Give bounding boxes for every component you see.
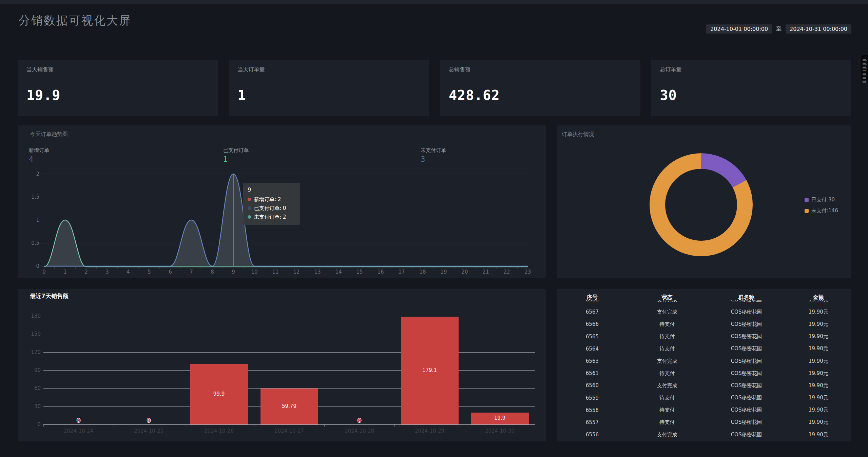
svg-text:8: 8	[211, 269, 214, 275]
table-cell: 待支付	[628, 321, 707, 327]
minimized-side-widget[interactable]	[861, 55, 868, 80]
table-cell: 19.90元	[786, 345, 851, 352]
table-cell: 19.90元	[786, 309, 851, 315]
svg-text:14: 14	[335, 269, 342, 275]
stat-value: 30	[660, 87, 843, 103]
stat-card: 总销售额428.62	[440, 60, 640, 116]
order-execution-donut-chart[interactable]	[650, 153, 753, 256]
bar-zero-label: 0	[331, 417, 388, 424]
stat-cards-row: 当天销售额19.9当天订单量1总销售额428.62总订单量30	[18, 60, 851, 116]
table-row: 6564待支付COS秘密花园19.90元	[557, 343, 851, 355]
table-cell: 19.90元	[786, 395, 851, 401]
table-cell: 19.90元	[786, 333, 851, 340]
table-cell: 6563	[557, 358, 628, 364]
svg-text:4: 4	[127, 269, 130, 275]
donut-hole	[665, 169, 737, 241]
table-cell: 支付完成	[628, 309, 707, 315]
table-cell: 支付完成	[628, 382, 707, 389]
svg-text:3: 3	[105, 269, 109, 275]
gridline	[43, 334, 535, 334]
widget-line-icon	[863, 63, 866, 64]
table-cell: 19.90元	[786, 419, 851, 425]
table-cell: 支付完成	[628, 358, 707, 364]
widget-line-icon	[863, 58, 866, 58]
widget-line-icon	[863, 59, 866, 60]
table-cell: COS秘密花园	[707, 333, 786, 340]
tooltip-series-text: 未支付订单: 2	[254, 213, 286, 221]
table-cell: COS秘密花园	[707, 309, 786, 315]
donut-panel-title: 订单执行情况	[562, 131, 594, 138]
svg-text:15: 15	[356, 269, 363, 275]
donut-legend-item[interactable]: 未支付:146	[805, 207, 838, 214]
dashboard-screen: 分销数据可视化大屏 2024-10-01 00:00:00 至 2024-10-…	[0, 0, 868, 457]
svg-text:1: 1	[63, 269, 67, 275]
trend-panel: 今天订单趋势图 新增订单4已支付订单1未支付订单3 00.511.5201234…	[18, 125, 546, 278]
axis-tick	[114, 424, 114, 426]
bar-zero-label: 0	[50, 417, 108, 424]
table-cell: 6568	[557, 300, 628, 303]
table-cell: 6567	[557, 309, 628, 315]
svg-text:10: 10	[251, 269, 257, 275]
widget-line-icon	[863, 66, 866, 66]
svg-text:2: 2	[84, 269, 88, 275]
stat-value: 428.62	[449, 87, 632, 103]
donut-legend-item[interactable]: 已支付:30	[805, 197, 838, 203]
sales-7days-bar-chart[interactable]: 03060901201501802024-10-2402024-10-25020…	[18, 289, 546, 441]
table-cell: 6556	[557, 432, 628, 438]
legend-swatch-icon	[805, 198, 809, 202]
svg-text:18: 18	[419, 269, 426, 275]
series-color-dot-icon	[248, 215, 251, 219]
table-cell: 19.90元	[786, 370, 851, 377]
bar-y-tick-label: 180	[26, 313, 41, 319]
tooltip-series-text: 新增订单: 2	[254, 195, 281, 204]
table-cell: 6566	[557, 321, 628, 327]
table-row: 6557待支付COS秘密花园19.90元	[557, 416, 851, 429]
stat-card: 当天订单量1	[229, 60, 429, 116]
date-separator: 至	[776, 25, 782, 33]
orders-table-panel: 序号状态群名称金额 6568支付完成COS秘密花园19.90元6567支付完成C…	[557, 289, 851, 441]
axis-tick	[184, 424, 184, 426]
table-cell: 19.90元	[786, 358, 851, 364]
donut-legend: 已支付:30未支付:146	[805, 197, 838, 214]
axis-tick	[254, 424, 254, 426]
table-cell: COS秘密花园	[707, 300, 786, 303]
table-cell: COS秘密花园	[707, 395, 786, 401]
stat-card: 总订单量30	[651, 60, 852, 116]
bar-y-tick-label: 90	[26, 367, 41, 373]
axis-tick	[535, 424, 535, 426]
svg-text:7: 7	[190, 269, 193, 275]
widget-line-icon	[863, 62, 866, 62]
table-row: 6558待支付COS秘密花园19.90元	[557, 404, 851, 416]
widget-line-icon	[863, 68, 867, 69]
axis-tick	[394, 424, 395, 426]
table-cell: 19.90元	[786, 407, 851, 413]
axis-tick	[43, 424, 44, 426]
widget-line-icon	[863, 78, 866, 79]
svg-text:17: 17	[398, 269, 405, 275]
tooltip-series-text: 已支付订单: 0	[254, 204, 286, 213]
table-cell: 待支付	[628, 370, 707, 377]
widget-line-icon	[863, 81, 866, 82]
bar-category-label: 2024-10-27	[259, 428, 320, 434]
bar-category-label: 2024-10-30	[469, 428, 531, 434]
series-color-dot-icon	[248, 198, 251, 201]
bar-y-tick-label: 150	[26, 331, 41, 337]
bar-y-tick-label: 0	[26, 421, 41, 428]
svg-text:12: 12	[293, 269, 300, 275]
legend-label: 已支付:30	[811, 197, 835, 203]
orders-table-body[interactable]: 6568支付完成COS秘密花园19.90元6567支付完成COS秘密花园19.9…	[557, 300, 851, 441]
table-row: 6560支付完成COS秘密花园19.90元	[557, 379, 851, 392]
order-execution-panel: 订单执行情况 已支付:30未支付:146	[557, 125, 851, 278]
date-end-input[interactable]: 2024-10-31 00:00:00	[786, 24, 851, 34]
chart-tooltip: 9 新增订单: 2已支付订单: 0未支付订单: 2	[243, 183, 300, 225]
stat-card: 当天销售额19.9	[18, 60, 218, 116]
bar-y-tick-label: 60	[26, 385, 41, 391]
axis-tick	[465, 424, 465, 426]
svg-text:6: 6	[169, 269, 172, 275]
table-cell: 19.90元	[786, 300, 851, 303]
date-start-input[interactable]: 2024-10-01 00:00:00	[706, 24, 772, 34]
axis-tick	[324, 424, 325, 426]
bar-category-label: 2024-10-24	[48, 428, 109, 434]
table-cell: 6558	[557, 407, 628, 413]
legend-label: 未支付:146	[811, 207, 838, 214]
